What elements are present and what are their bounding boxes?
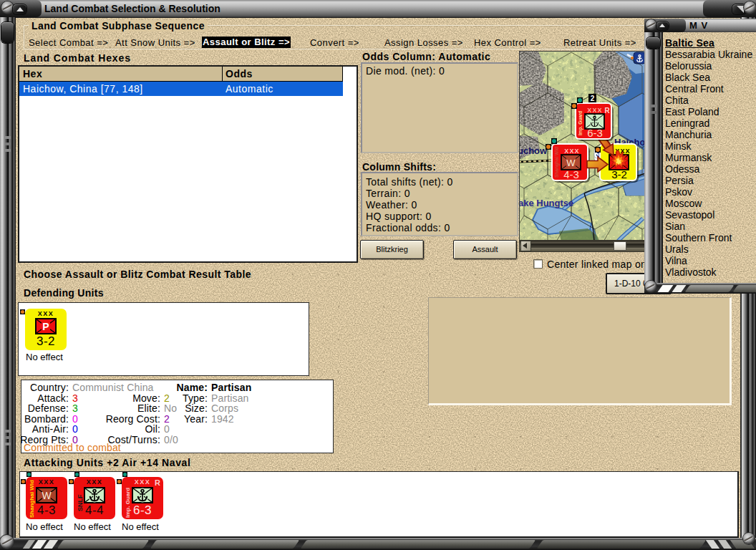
svg-text:W: W bbox=[42, 490, 52, 501]
svg-text:Lake Hungtse: Lake Hungtse bbox=[520, 198, 573, 208]
svg-text:Shanghai Wld: Shanghai Wld bbox=[554, 147, 560, 178]
svg-text:6-3: 6-3 bbox=[587, 127, 603, 139]
svg-text:2: 2 bbox=[591, 95, 595, 102]
svg-text:Imp. Guard: Imp. Guard bbox=[578, 111, 583, 135]
svg-text:P: P bbox=[42, 321, 49, 332]
svg-text:2: 2 bbox=[593, 114, 596, 118]
svg-text:3-2: 3-2 bbox=[611, 168, 627, 180]
svg-text:XXX: XXX bbox=[587, 107, 603, 114]
svg-text:4-3: 4-3 bbox=[563, 168, 579, 180]
svg-text:XXX: XXX bbox=[564, 148, 580, 155]
svg-text:W: W bbox=[566, 158, 576, 168]
svg-text:uchow: uchow bbox=[520, 145, 548, 156]
svg-text:R: R bbox=[604, 107, 610, 115]
